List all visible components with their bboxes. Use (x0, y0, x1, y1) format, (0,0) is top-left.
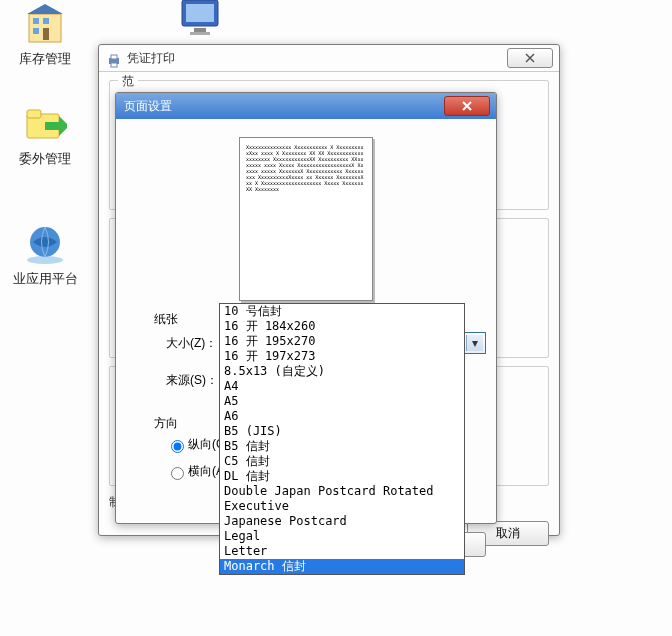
paper-size-option[interactable]: Japanese Postcard (220, 514, 464, 529)
page-preview: Xxxxxxxxxxxxxxx Xxxxxxxxxxx X Xxxxxxxxxx… (239, 137, 373, 301)
paper-size-option[interactable]: Letter (220, 544, 464, 559)
paper-size-option[interactable]: A4 (220, 379, 464, 394)
chevron-down-icon: ▾ (466, 335, 483, 351)
print-icon (107, 51, 121, 65)
svg-marker-5 (27, 4, 63, 14)
desktop-icon-label: 库存管理 (0, 50, 90, 68)
page-setup-close-button[interactable] (444, 96, 490, 116)
svg-rect-12 (186, 4, 214, 22)
svg-rect-13 (194, 28, 206, 32)
paper-size-option[interactable]: DL 信封 (220, 469, 464, 484)
close-button[interactable] (507, 48, 553, 68)
svg-rect-4 (43, 28, 49, 40)
desktop-icon-inventory[interactable]: 库存管理 (0, 0, 90, 68)
desktop-icon-label: 委外管理 (0, 150, 90, 168)
paper-size-option[interactable]: 10 号信封 (220, 304, 464, 319)
paper-size-option[interactable]: 8.5x13 (自定义) (220, 364, 464, 379)
svg-rect-3 (33, 28, 39, 34)
svg-rect-2 (43, 18, 49, 24)
paper-size-option[interactable]: C5 信封 (220, 454, 464, 469)
desktop-icon-platform[interactable]: 业应用平台 (0, 220, 90, 288)
desktop-icon-label: 业应用平台 (0, 270, 90, 288)
landscape-radio[interactable] (171, 467, 184, 480)
paper-size-option[interactable]: B5 (JIS) (220, 424, 464, 439)
paper-size-option[interactable]: Legal (220, 529, 464, 544)
close-icon (460, 101, 474, 111)
svg-rect-17 (111, 63, 117, 67)
page-setup-titlebar[interactable]: 页面设置 (116, 93, 496, 119)
folder-arrow-icon (21, 100, 69, 148)
paper-size-option[interactable]: 16 开 184x260 (220, 319, 464, 334)
voucher-print-title: 凭证打印 (127, 45, 175, 71)
paper-size-option[interactable]: Executive (220, 499, 464, 514)
svg-rect-7 (27, 110, 41, 118)
paper-size-dropdown[interactable]: 10 号信封16 开 184x26016 开 195x27016 开 197x2… (219, 303, 465, 575)
globe-icon (21, 220, 69, 268)
paper-size-option[interactable]: 16 开 197x273 (220, 349, 464, 364)
paper-size-option[interactable]: B5 信封 (220, 439, 464, 454)
paper-size-option[interactable]: Double Japan Postcard Rotated (220, 484, 464, 499)
close-icon (523, 53, 537, 63)
paper-size-option[interactable]: A6 (220, 409, 464, 424)
paper-size-option[interactable]: A5 (220, 394, 464, 409)
range-legend: 范 (118, 73, 138, 90)
svg-rect-16 (111, 55, 117, 59)
svg-rect-14 (190, 32, 210, 35)
building-icon (21, 0, 69, 48)
monitor-icon (176, 0, 224, 42)
desktop-icon-monitor[interactable] (155, 0, 245, 44)
page-setup-title: 页面设置 (124, 93, 172, 119)
paper-size-option[interactable]: 16 开 195x270 (220, 334, 464, 349)
svg-rect-1 (33, 18, 39, 24)
voucher-print-titlebar[interactable]: 凭证打印 (99, 45, 559, 72)
desktop-icon-outsourcing[interactable]: 委外管理 (0, 100, 90, 168)
paper-size-option[interactable]: Monarch 信封 (220, 559, 464, 574)
portrait-radio[interactable] (171, 440, 184, 453)
